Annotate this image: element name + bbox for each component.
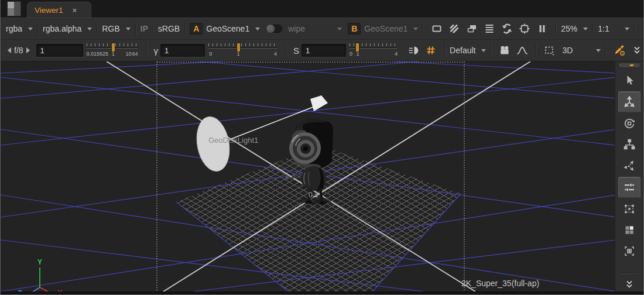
3d-scene: Y X Z xyxy=(1,61,615,291)
chevron-down-icon xyxy=(126,28,131,30)
fstop-label[interactable]: f/8 xyxy=(14,46,23,55)
close-icon[interactable]: × xyxy=(73,6,77,14)
input-b-dropdown[interactable]: B GeoScene1 xyxy=(348,23,418,35)
view-mode-dropdown[interactable]: 3D xyxy=(562,46,601,55)
divider xyxy=(605,44,606,57)
rotate-tool-button[interactable] xyxy=(619,114,640,133)
quad-view-button[interactable] xyxy=(619,220,640,240)
roi-stripes-icon[interactable] xyxy=(447,22,462,36)
tick-label: 1 xyxy=(237,51,239,57)
sidebar-collapse-chevron-icon[interactable] xyxy=(619,279,640,290)
divider xyxy=(97,22,97,35)
tick-label: 64 xyxy=(132,51,138,57)
chevron-down-icon xyxy=(583,28,588,30)
chevron-down-icon xyxy=(596,49,601,52)
tick-label: 1 xyxy=(357,51,359,57)
hierarchy-tool-button[interactable] xyxy=(619,135,640,155)
toolbar2-collapse-chevron-icon[interactable] xyxy=(629,43,644,57)
monitor-output-icon[interactable] xyxy=(429,22,444,36)
prev-fstop-button[interactable] xyxy=(8,47,11,53)
input-b-value: GeoScene1 xyxy=(364,24,407,33)
divider xyxy=(184,22,185,35)
viewer-colorspace-button[interactable]: sRGB xyxy=(158,24,180,33)
toolbar-collapse-chevron-icon[interactable] xyxy=(640,22,644,36)
next-fstop-button[interactable] xyxy=(26,47,30,53)
slider-ticks xyxy=(208,43,278,46)
pane-menu-icon[interactable] xyxy=(7,1,21,16)
divider xyxy=(153,22,153,35)
tab-viewer1[interactable]: Viewer1 × xyxy=(27,2,91,18)
saturation-input[interactable] xyxy=(302,44,346,57)
spread-arrows-tool-button[interactable] xyxy=(619,156,640,176)
swap-refresh-icon[interactable] xyxy=(499,22,515,36)
input-a-badge: A xyxy=(190,23,203,35)
divider xyxy=(444,44,445,57)
tick-label: 4 xyxy=(395,51,398,57)
sidebar-handle[interactable] xyxy=(618,63,640,68)
gamma-label: γ xyxy=(154,46,159,56)
3d-viewport[interactable]: Y X Z GeoDiskLight1 0.1 2K_Super_35(full… xyxy=(1,61,615,291)
divider xyxy=(592,22,593,35)
gain-slider[interactable]: 0.015625 1 10 64 xyxy=(87,42,138,59)
tick-label: 1 xyxy=(112,51,115,57)
channels-dropdown[interactable]: RGB xyxy=(102,24,130,33)
wipe-dropdown-label: wipe xyxy=(288,24,305,33)
axis-x-label: X xyxy=(57,289,62,291)
lut-dropdown-label: Default xyxy=(450,46,475,55)
gamma-slider[interactable]: 0 1 4 xyxy=(208,42,278,59)
zoom-dropdown[interactable]: 25% xyxy=(561,24,588,33)
hash-grid-icon[interactable] xyxy=(423,43,439,57)
marquee-select-icon[interactable] xyxy=(542,43,557,57)
chevron-down-icon xyxy=(625,28,629,30)
frame-view-button[interactable] xyxy=(619,241,640,261)
3d-model-robot[interactable] xyxy=(285,118,333,205)
saturation-slider[interactable]: 0 1 4 xyxy=(350,42,398,59)
wipe-dropdown[interactable]: wipe xyxy=(288,24,342,33)
divider xyxy=(423,22,423,35)
marquee-multi-button[interactable] xyxy=(619,199,640,219)
handle-accent-mark xyxy=(629,64,633,66)
viewer-toolbar-exposure: f/8 0.015625 1 10 64 γ 0 1 4 S xyxy=(1,39,643,61)
tick-label: 4 xyxy=(274,51,277,57)
translate-tool-button[interactable] xyxy=(618,91,640,112)
gamma-input[interactable] xyxy=(160,44,205,57)
curve-bell-icon[interactable] xyxy=(515,43,530,57)
layer-dropdown[interactable]: rgba xyxy=(6,24,33,33)
input-a-dropdown[interactable]: A GeoScene1 xyxy=(190,23,260,35)
gate-crosshair-icon[interactable] xyxy=(517,22,532,36)
divider xyxy=(135,22,136,35)
toggle-knob xyxy=(266,24,275,33)
lut-dropdown[interactable]: Default xyxy=(450,46,486,55)
saturation-label: S xyxy=(293,46,299,56)
alpha-dropdown[interactable]: rgba.alpha xyxy=(43,24,92,33)
pause-icon[interactable] xyxy=(535,22,550,36)
tick-label: 0.015625 xyxy=(87,51,109,57)
input-b-badge: B xyxy=(348,23,361,35)
divider xyxy=(146,44,147,57)
divider xyxy=(536,44,536,57)
sidebar-divider xyxy=(621,273,638,273)
input-a-value: GeoScene1 xyxy=(206,24,249,33)
stack-lines-icon[interactable] xyxy=(482,22,497,36)
tab-bar: Viewer1 × xyxy=(1,0,643,18)
wipe-toggle[interactable] xyxy=(266,25,282,33)
float-window-icon[interactable] xyxy=(464,22,479,36)
camera-icon[interactable] xyxy=(497,43,512,57)
divider xyxy=(491,44,491,57)
channels-dropdown-label: RGB xyxy=(102,24,119,33)
headlight-icon[interactable] xyxy=(406,43,421,57)
sliders-panel-button[interactable] xyxy=(618,177,640,198)
viewer-toolbar-top: rgba rgba.alpha RGB IP sRGB A GeoScene1 … xyxy=(1,18,643,39)
view-mode-value: 3D xyxy=(562,46,573,55)
cursor-tool-button[interactable] xyxy=(619,70,640,90)
model-shadow xyxy=(300,197,331,204)
input-process-toggle[interactable]: IP xyxy=(141,24,148,33)
axis-gizmo: Y X Z xyxy=(18,258,62,291)
zoom-level-value: 25% xyxy=(561,24,577,33)
pixel-aspect-dropdown[interactable]: 1:1 xyxy=(598,24,629,33)
gain-input[interactable] xyxy=(36,44,83,57)
tick-label: 0 xyxy=(209,51,212,57)
eyedropper-icon[interactable] xyxy=(612,43,627,57)
divider xyxy=(37,22,38,35)
viewer-main: Y X Z GeoDiskLight1 0.1 2K_Super_35(full… xyxy=(1,61,643,291)
